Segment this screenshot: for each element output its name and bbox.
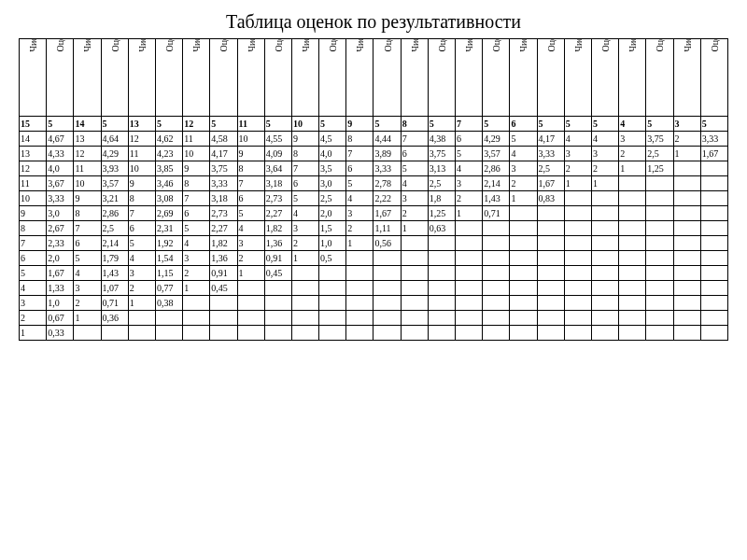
- cell: 10: [183, 147, 210, 161]
- cell: [401, 326, 428, 341]
- cell: 5: [646, 117, 673, 132]
- cell: 4: [401, 176, 428, 191]
- cell: 8: [183, 176, 210, 191]
- cell: 11: [183, 132, 210, 147]
- cell: [646, 296, 673, 311]
- cell: [291, 281, 318, 296]
- cell: 1: [591, 176, 618, 191]
- cell: [619, 311, 646, 326]
- cell: 4,38: [428, 132, 455, 147]
- cell: [428, 236, 455, 251]
- cell: [319, 266, 346, 281]
- cell: 3: [401, 191, 428, 206]
- cell: [456, 311, 483, 326]
- cell: 15: [20, 117, 47, 132]
- cell: [537, 251, 564, 266]
- col-header: Оценка: [47, 39, 74, 117]
- cell: [700, 281, 727, 296]
- cell: 9: [128, 176, 155, 191]
- cell: [646, 206, 673, 221]
- cell: 1,25: [428, 206, 455, 221]
- cell: 3: [291, 221, 318, 236]
- cell: 6: [456, 132, 483, 147]
- cell: 2: [401, 206, 428, 221]
- cell: [646, 176, 673, 191]
- cell: [483, 236, 510, 251]
- cell: 5: [591, 117, 618, 132]
- cell: [700, 251, 727, 266]
- cell: 4: [591, 132, 618, 147]
- cell: 6: [20, 251, 47, 266]
- cell: [401, 266, 428, 281]
- cell: 2: [456, 191, 483, 206]
- cell: [456, 221, 483, 236]
- cell: 3,75: [210, 161, 237, 176]
- cell: [564, 221, 591, 236]
- cell: 1: [20, 326, 47, 341]
- cell: [700, 266, 727, 281]
- cell: [456, 251, 483, 266]
- cell: 4: [346, 191, 374, 206]
- cell: 1: [128, 296, 155, 311]
- cell: [564, 326, 591, 341]
- col-header: Оценка: [319, 39, 346, 117]
- cell: 2,0: [47, 251, 74, 266]
- cell: 1,67: [374, 206, 401, 221]
- cell: 3: [456, 176, 483, 191]
- cell: [456, 296, 483, 311]
- cell: 6: [74, 236, 101, 251]
- cell: [346, 266, 374, 281]
- cell: 2,73: [210, 206, 237, 221]
- cell: [128, 311, 155, 326]
- cell: 3,75: [646, 132, 673, 147]
- cell: [374, 281, 401, 296]
- col-header: Число: [20, 39, 47, 117]
- col-header: Оценка: [700, 39, 727, 117]
- cell: 2,86: [483, 161, 510, 176]
- cell: [346, 281, 374, 296]
- cell: [319, 326, 346, 341]
- cell: [456, 281, 483, 296]
- cell: 1,5: [319, 221, 346, 236]
- cell: 10: [291, 117, 318, 132]
- cell: 1,15: [155, 266, 182, 281]
- cell: [510, 251, 537, 266]
- cell: [564, 296, 591, 311]
- cell: 2: [128, 281, 155, 296]
- cell: [619, 266, 646, 281]
- cell: [646, 326, 673, 341]
- cell: 3,75: [428, 147, 455, 161]
- table-row: 124,0113,93103,8593,7583,6473,563,3353,1…: [20, 161, 728, 176]
- cell: [700, 236, 727, 251]
- cell: 13: [74, 132, 101, 147]
- cell: 3,18: [264, 176, 291, 191]
- cell: 4,64: [101, 132, 128, 147]
- cell: [619, 296, 646, 311]
- cell: [428, 326, 455, 341]
- cell: 3,93: [101, 161, 128, 176]
- cell: 0,67: [47, 311, 74, 326]
- cell: 1,25: [646, 161, 673, 176]
- cell: 0,38: [155, 296, 182, 311]
- cell: 7: [346, 147, 374, 161]
- cell: [510, 281, 537, 296]
- cell: [537, 266, 564, 281]
- cell: 4: [128, 251, 155, 266]
- cell: 4,5: [319, 132, 346, 147]
- page-title: Таблица оценок по результативности: [19, 11, 728, 33]
- cell: 10: [74, 176, 101, 191]
- cell: 5: [237, 206, 264, 221]
- cell: 3,21: [101, 191, 128, 206]
- cell: [537, 206, 564, 221]
- cell: [564, 206, 591, 221]
- cell: 3,64: [264, 161, 291, 176]
- cell: 6: [183, 206, 210, 221]
- cell: [291, 296, 318, 311]
- cell: [155, 326, 182, 341]
- cell: [374, 251, 401, 266]
- cell: [564, 281, 591, 296]
- cell: 1: [619, 161, 646, 176]
- cell: [673, 191, 700, 206]
- score-table: ЧислоОценкаЧислоОценкаЧислоОценкаЧислоОц…: [19, 38, 728, 341]
- cell: 5: [47, 117, 74, 132]
